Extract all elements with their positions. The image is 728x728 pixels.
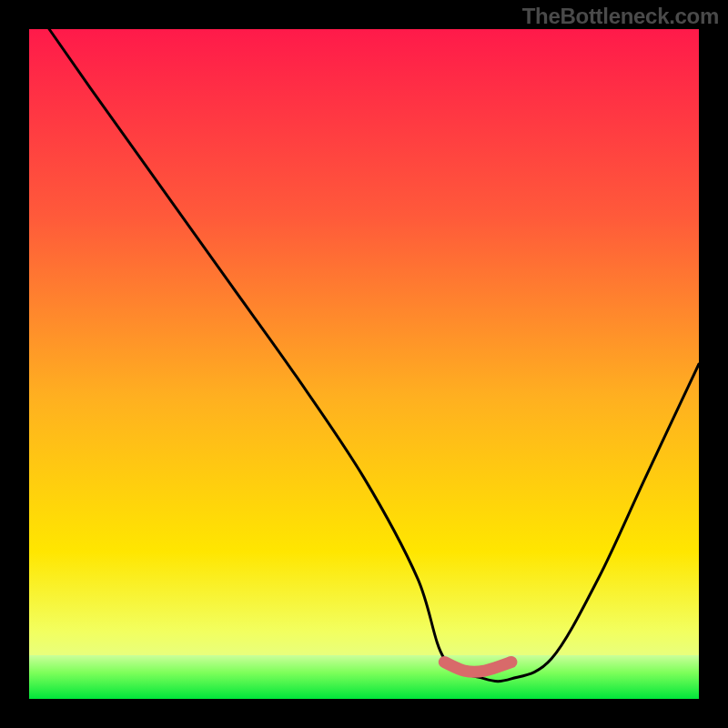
green-band — [29, 655, 699, 699]
chart-frame: TheBottleneck.com — [0, 0, 728, 728]
bottleneck-chart-svg — [0, 0, 728, 728]
plot-background — [29, 29, 699, 699]
watermark-text: TheBottleneck.com — [522, 4, 719, 29]
